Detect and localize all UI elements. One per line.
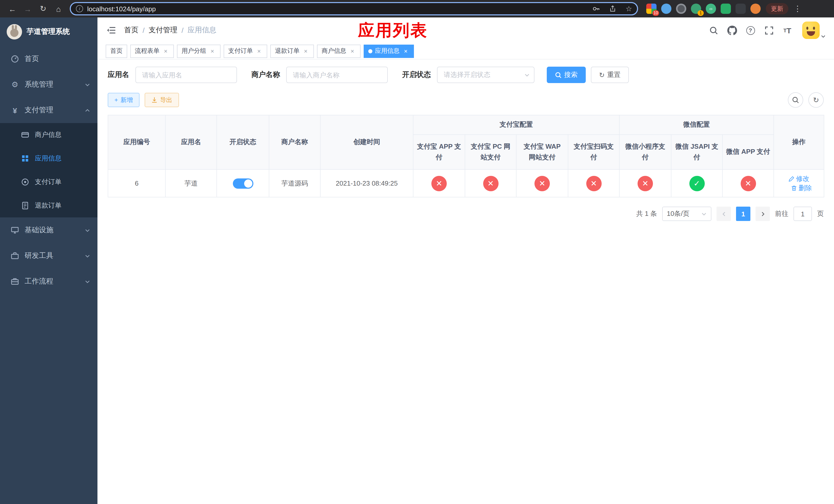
breadcrumb-item-payment[interactable]: 支付管理 <box>149 26 177 35</box>
reload-icon[interactable]: ↻ <box>36 2 50 16</box>
sidebar-item-payment-orders[interactable]: 支付订单 <box>0 170 97 194</box>
browser-menu-icon[interactable]: ⋮ <box>790 2 805 16</box>
password-key-icon[interactable] <box>590 3 602 15</box>
sidebar-item-label: 研发工具 <box>25 251 53 260</box>
extension-drop-icon[interactable] <box>661 4 672 14</box>
col-header-alipay-wap: 支付宝 WAP 网站支付 <box>516 135 568 169</box>
delete-link[interactable]: 删除 <box>791 183 812 192</box>
app-title: 芋道管理系统 <box>27 27 70 37</box>
chevron-down-icon <box>85 227 90 233</box>
sidebar-item-payment[interactable]: ¥ 支付管理 <box>0 97 97 123</box>
monitor-icon <box>10 226 20 235</box>
active-dot-icon <box>368 49 372 53</box>
sidebar-item-home[interactable]: 首页 <box>0 46 97 72</box>
tab-home[interactable]: 首页 <box>106 44 127 58</box>
page-size-select[interactable]: 10条/页 <box>662 207 711 221</box>
back-icon[interactable]: ← <box>5 2 20 16</box>
tab-app-info[interactable]: 应用信息 × <box>364 44 414 58</box>
refresh-button[interactable]: ↻ <box>808 92 824 108</box>
tab-merchant-info[interactable]: 商户信息 × <box>317 44 360 58</box>
share-icon[interactable] <box>606 3 619 15</box>
plus-icon: + <box>114 96 118 104</box>
extension-dark-icon[interactable] <box>676 4 686 14</box>
grid-icon <box>21 154 30 163</box>
toggle-search-button[interactable] <box>788 92 803 108</box>
browser-update-button[interactable]: 更新 <box>766 3 788 14</box>
extension-pin-icon[interactable] <box>736 4 746 14</box>
edit-link[interactable]: 修改 <box>788 174 809 183</box>
tab-label: 流程表单 <box>135 47 159 55</box>
chevron-down-icon <box>701 211 707 216</box>
address-bar[interactable]: i localhost:1024/pay/app ☆ <box>70 2 638 15</box>
fullscreen-icon[interactable] <box>761 23 776 38</box>
bookmark-star-icon[interactable]: ☆ <box>623 3 635 15</box>
sidebar-item-workflow[interactable]: 工作流程 <box>0 269 97 294</box>
forward-icon[interactable]: → <box>21 2 35 16</box>
extension-vue-icon[interactable] <box>706 4 716 14</box>
extension-wechat-icon[interactable] <box>721 4 731 14</box>
close-icon[interactable]: × <box>302 47 309 54</box>
font-size-icon[interactable]: TT <box>780 23 795 38</box>
profile-avatar-icon[interactable] <box>750 4 761 14</box>
home-icon[interactable]: ⌂ <box>51 2 66 16</box>
tab-user-group[interactable]: 用户分组 × <box>177 44 221 58</box>
cell-merchant: 芋道源码 <box>269 169 320 197</box>
search-icon[interactable] <box>706 23 721 38</box>
app-name-label: 应用名 <box>108 70 129 79</box>
col-header-alipay-app: 支付宝 APP 支付 <box>413 135 465 169</box>
extension-grid-icon[interactable]: 10 <box>646 4 657 14</box>
github-icon[interactable] <box>724 23 740 38</box>
goto-prefix: 前往 <box>775 209 788 219</box>
chevron-left-icon <box>721 211 727 216</box>
tab-payment-orders[interactable]: 支付订单 × <box>224 44 267 58</box>
status-toggle[interactable] <box>233 178 253 188</box>
sidebar-item-refund-orders[interactable]: 退款订单 <box>0 194 97 217</box>
tab-refund-orders[interactable]: 退款订单 × <box>270 44 314 58</box>
tags-view-bar: 首页 流程表单 × 用户分组 × 支付订单 × 退款订单 × <box>97 43 834 60</box>
close-icon[interactable]: × <box>256 47 263 54</box>
page-number-current[interactable]: 1 <box>736 207 750 221</box>
sidebar-item-app-info[interactable]: 应用信息 <box>0 147 97 170</box>
goto-suffix: 页 <box>817 209 824 219</box>
export-button[interactable]: 导出 <box>145 93 179 107</box>
breadcrumb-item-home[interactable]: 首页 <box>124 26 138 35</box>
app-window: 芋道管理系统 首页 ⚙ 系统管理 ¥ 支付管理 <box>0 18 834 504</box>
sidebar-item-infrastructure[interactable]: 基础设施 <box>0 217 97 243</box>
sidebar-item-merchant-info[interactable]: 商户信息 <box>0 123 97 147</box>
tab-process-form[interactable]: 流程表单 × <box>130 44 174 58</box>
app-name-input[interactable] <box>135 67 237 83</box>
next-page-button[interactable] <box>755 207 770 221</box>
status-select[interactable]: 请选择开启状态 <box>437 67 534 83</box>
alipay-app-status-icon: ✕ <box>431 176 447 191</box>
add-button[interactable]: + 新增 <box>108 93 139 107</box>
close-icon[interactable]: × <box>162 47 169 54</box>
sidebar-item-system[interactable]: ⚙ 系统管理 <box>0 72 97 97</box>
app-logo[interactable]: 芋道管理系统 <box>0 18 97 46</box>
sidebar-item-label: 支付管理 <box>25 106 53 115</box>
sidebar-item-label: 商户信息 <box>35 130 62 139</box>
sidebar-collapse-icon[interactable] <box>106 25 117 36</box>
col-header-wechat-jsapi: 微信 JSAPI 支付 <box>671 135 722 169</box>
pencil-icon <box>788 176 794 182</box>
help-icon[interactable]: ? <box>743 23 758 38</box>
sidebar-item-dev-tools[interactable]: 研发工具 <box>0 243 97 269</box>
col-header-created: 创建时间 <box>320 115 413 169</box>
extension-avatar-icon[interactable]: 1 <box>691 4 701 14</box>
site-info-icon[interactable]: i <box>76 5 83 12</box>
close-icon[interactable]: × <box>209 47 216 54</box>
goto-page-input[interactable] <box>793 207 812 221</box>
search-button[interactable]: 搜索 <box>547 67 586 83</box>
reset-button[interactable]: ↻ 重置 <box>591 67 629 83</box>
chevron-down-icon <box>85 82 90 87</box>
close-icon[interactable]: × <box>402 47 409 54</box>
table-toolbar: + 新增 导出 ↻ <box>108 92 824 108</box>
alipay-pc-status-icon: ✕ <box>483 176 498 191</box>
merchant-name-input[interactable] <box>286 67 388 83</box>
chevron-down-icon <box>85 253 90 259</box>
tab-label: 支付订单 <box>228 47 253 55</box>
close-icon[interactable]: × <box>349 47 356 54</box>
col-header-app-id: 应用编号 <box>108 115 166 169</box>
user-menu[interactable] <box>802 22 826 39</box>
chevron-down-icon <box>524 72 530 78</box>
prev-page-button[interactable] <box>717 207 731 221</box>
